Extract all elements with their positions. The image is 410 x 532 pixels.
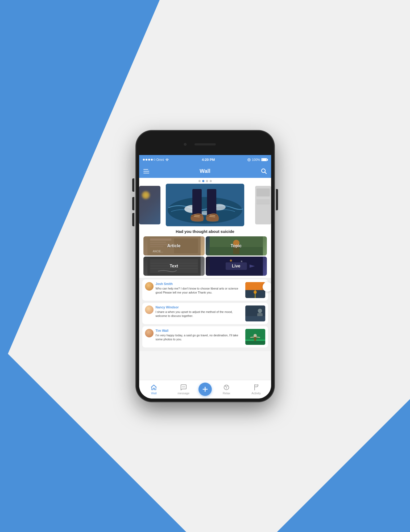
add-button[interactable]: [198, 383, 212, 396]
carousel-dots: [139, 178, 271, 183]
page-title: Wall: [200, 168, 210, 174]
phone-top-bar: [139, 134, 271, 155]
svg-rect-53: [153, 388, 155, 390]
search-button[interactable]: [261, 168, 267, 174]
floating-action-btn[interactable]: [263, 282, 271, 292]
grid-item-text[interactable]: Text: [143, 257, 205, 276]
phone-outer: Omni 4:20 PM: [136, 131, 274, 402]
signal-dot-1: [143, 159, 145, 161]
location-icon: [247, 158, 251, 161]
nav-item-wall[interactable]: Wall: [139, 384, 169, 395]
wifi-icon: [165, 158, 169, 161]
posts-section: Josh Smith Who can help me? I don't know…: [139, 278, 271, 351]
svg-point-54: [182, 386, 183, 387]
screen-content: Had you thought about suicide: [139, 178, 271, 399]
post-text-1: Who can help me? I don't know to choose …: [156, 287, 243, 295]
content-grid: ANCIE... Article: [139, 236, 271, 278]
carousel-dot-3[interactable]: [206, 180, 208, 182]
phone-screen: Omni 4:20 PM: [139, 155, 271, 399]
nav-item-activity[interactable]: Activity: [241, 384, 271, 395]
nav-label-relax: Relax: [223, 392, 230, 395]
post-card-2[interactable]: Nancy Windsor I share a when you upset t…: [142, 303, 268, 324]
post-username-2: Nancy Windsor: [156, 305, 243, 309]
svg-point-42: [254, 291, 257, 294]
svg-point-56: [184, 386, 185, 387]
search-icon: [261, 168, 267, 174]
carousel-image-left: [139, 186, 160, 224]
svg-rect-45: [245, 316, 265, 321]
post-avatar-2: [145, 305, 154, 314]
status-bar: Omni 4:20 PM: [139, 155, 271, 165]
thumb-svg-3: [245, 329, 265, 345]
activity-svg: [253, 384, 260, 391]
nav-item-relax[interactable]: Relax: [212, 384, 242, 395]
message-svg: [180, 384, 187, 391]
post-content-1: Josh Smith Who can help me? I don't know…: [156, 282, 243, 298]
home-icon: [150, 384, 157, 391]
thumb-svg-2: [245, 305, 265, 321]
phone-mockup: Omni 4:20 PM: [136, 131, 274, 402]
section-title: Had you thought about suicide: [139, 227, 271, 236]
post-card-3[interactable]: Tim Wall I'm very happy today, a said go…: [142, 326, 268, 347]
post-text-3: I'm very happy today, a said go go trave…: [156, 333, 243, 342]
message-icon: [180, 384, 187, 391]
right-thumb-svg: [255, 186, 271, 224]
post-thumbnail-3: [245, 329, 265, 345]
grid-item-topic[interactable]: Topic: [206, 236, 267, 255]
menu-line-2: [143, 171, 149, 171]
plus-icon: [201, 386, 209, 393]
svg-rect-52: [245, 341, 265, 345]
post-username-3: Tim Wall: [156, 329, 243, 333]
relax-svg: [223, 384, 230, 391]
post-avatar-1: [145, 282, 154, 291]
post-text-2: I share a when you upset to adjust the m…: [156, 310, 243, 318]
post-avatar-3: [145, 329, 154, 337]
carousel-dot-4[interactable]: [210, 180, 212, 182]
svg-rect-51: [254, 337, 256, 341]
app-header: Wall: [139, 165, 271, 178]
topic-label: Topic: [231, 244, 242, 248]
carousel-dot-1[interactable]: [198, 180, 201, 182]
svg-line-3: [265, 172, 266, 174]
thumb-svg-1: [245, 282, 265, 298]
carousel-section: [139, 183, 271, 227]
carousel-image-right: [255, 186, 271, 224]
grid-item-live[interactable]: Live: [206, 257, 267, 276]
carousel-main-image[interactable]: [166, 184, 244, 226]
status-right: 100%: [247, 158, 267, 162]
svg-point-37: [230, 259, 232, 262]
svg-point-61: [227, 386, 228, 386]
signal-dot-5: [154, 159, 155, 161]
grid-item-article[interactable]: ANCIE... Article: [143, 236, 205, 255]
post-card-1[interactable]: Josh Smith Who can help me? I don't know…: [142, 279, 268, 301]
post-thumbnail-1: [245, 282, 265, 298]
status-time: 4:20 PM: [202, 158, 215, 162]
post-thumbnail-2: [245, 305, 265, 321]
svg-point-60: [225, 386, 226, 386]
signal-dot-4: [151, 159, 153, 161]
relax-icon: [223, 384, 230, 391]
carousel-dot-2[interactable]: [202, 180, 204, 182]
svg-rect-20: [150, 242, 166, 243]
nav-label-wall: Wall: [151, 392, 157, 395]
avatar-img-josh: [145, 282, 154, 291]
battery-icon: [261, 158, 267, 161]
nav-item-message[interactable]: message: [169, 384, 198, 395]
svg-rect-17: [256, 199, 270, 204]
phone-inner: Omni 4:20 PM: [139, 134, 271, 399]
post-username-1: Josh Smith: [156, 282, 243, 286]
menu-button[interactable]: [143, 169, 149, 173]
svg-point-38: [241, 261, 242, 262]
article-label: Article: [167, 244, 181, 248]
bg-triangle-right: [277, 399, 410, 532]
status-left: Omni: [143, 158, 169, 162]
bottom-nav: Wall message: [139, 380, 271, 399]
svg-point-44: [258, 309, 262, 313]
home-svg: [150, 384, 157, 391]
avatar-img-nancy: [145, 305, 154, 314]
battery-percent: 100%: [252, 158, 260, 162]
menu-line-3: [143, 173, 149, 173]
svg-rect-19: [150, 238, 171, 241]
svg-text:ANCIE...: ANCIE...: [153, 250, 163, 253]
svg-point-1: [249, 159, 250, 160]
